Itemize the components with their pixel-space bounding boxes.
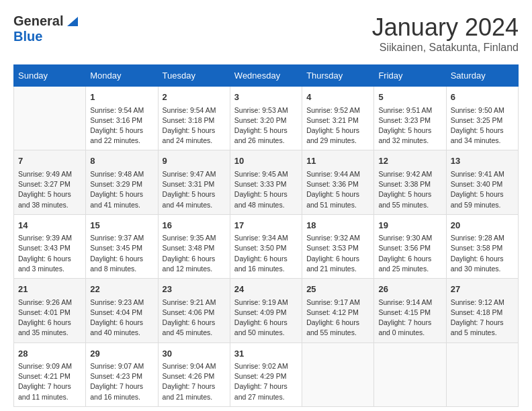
svg-marker-0 [67, 17, 78, 26]
day-info: Sunrise: 9:41 AM Sunset: 3:40 PM Dayligh… [451, 169, 514, 210]
table-row [446, 342, 518, 406]
day-info: Sunrise: 9:12 AM Sunset: 4:18 PM Dayligh… [451, 298, 514, 338]
table-row: 3Sunrise: 9:53 AM Sunset: 3:20 PM Daylig… [230, 87, 302, 150]
day-info: Sunrise: 9:51 AM Sunset: 3:23 PM Dayligh… [378, 105, 441, 146]
weekday-header-row: Sunday Monday Tuesday Wednesday Thursday… [14, 65, 519, 87]
table-row: 13Sunrise: 9:41 AM Sunset: 3:40 PM Dayli… [446, 150, 518, 214]
day-info: Sunrise: 9:04 AM Sunset: 4:26 PM Dayligh… [163, 361, 226, 402]
day-number: 4 [306, 91, 369, 104]
day-number: 7 [18, 154, 81, 168]
day-number: 19 [378, 219, 441, 232]
day-number: 17 [234, 219, 298, 232]
table-row: 23Sunrise: 9:21 AM Sunset: 4:06 PM Dayli… [158, 279, 230, 342]
day-number: 5 [378, 91, 441, 104]
day-info: Sunrise: 9:34 AM Sunset: 3:50 PM Dayligh… [234, 233, 298, 274]
day-info: Sunrise: 9:54 AM Sunset: 3:16 PM Dayligh… [90, 105, 153, 146]
day-number: 23 [163, 283, 226, 296]
table-row: 30Sunrise: 9:04 AM Sunset: 4:26 PM Dayli… [158, 342, 230, 406]
header-saturday: Saturday [446, 65, 518, 87]
table-row: 12Sunrise: 9:42 AM Sunset: 3:38 PM Dayli… [374, 150, 446, 214]
day-info: Sunrise: 9:17 AM Sunset: 4:12 PM Dayligh… [306, 298, 369, 338]
location-subtitle: Siikainen, Satakunta, Finland [372, 42, 519, 54]
day-number: 8 [90, 154, 153, 168]
day-info: Sunrise: 9:32 AM Sunset: 3:53 PM Dayligh… [306, 233, 369, 274]
day-number: 28 [18, 347, 81, 361]
day-number: 3 [234, 91, 298, 104]
table-row: 1Sunrise: 9:54 AM Sunset: 3:16 PM Daylig… [86, 87, 158, 150]
calendar-week-row: 21Sunrise: 9:26 AM Sunset: 4:01 PM Dayli… [14, 279, 519, 342]
day-info: Sunrise: 9:21 AM Sunset: 4:06 PM Dayligh… [163, 298, 226, 338]
day-number: 6 [451, 91, 514, 104]
table-row: 7Sunrise: 9:49 AM Sunset: 3:27 PM Daylig… [14, 150, 86, 214]
day-number: 12 [378, 154, 441, 168]
day-info: Sunrise: 9:54 AM Sunset: 3:18 PM Dayligh… [163, 105, 226, 146]
table-row: 4Sunrise: 9:52 AM Sunset: 3:21 PM Daylig… [302, 87, 374, 150]
day-info: Sunrise: 9:42 AM Sunset: 3:38 PM Dayligh… [378, 169, 441, 210]
table-row: 8Sunrise: 9:48 AM Sunset: 3:29 PM Daylig… [86, 150, 158, 214]
table-row: 25Sunrise: 9:17 AM Sunset: 4:12 PM Dayli… [302, 279, 374, 342]
header-sunday: Sunday [14, 65, 86, 87]
table-row: 15Sunrise: 9:37 AM Sunset: 3:45 PM Dayli… [86, 214, 158, 278]
table-row: 14Sunrise: 9:39 AM Sunset: 3:43 PM Dayli… [14, 214, 86, 278]
day-info: Sunrise: 9:50 AM Sunset: 3:25 PM Dayligh… [451, 105, 514, 146]
table-row: 9Sunrise: 9:47 AM Sunset: 3:31 PM Daylig… [158, 150, 230, 214]
header-monday: Monday [86, 65, 158, 87]
day-number: 20 [451, 219, 514, 232]
day-number: 27 [451, 283, 514, 296]
title-area: January 2024 Siikainen, Satakunta, Finla… [372, 13, 519, 54]
calendar-table: Sunday Monday Tuesday Wednesday Thursday… [13, 64, 519, 407]
table-row: 19Sunrise: 9:30 AM Sunset: 3:56 PM Dayli… [374, 214, 446, 278]
table-row: 31Sunrise: 9:02 AM Sunset: 4:29 PM Dayli… [230, 342, 302, 406]
day-info: Sunrise: 9:19 AM Sunset: 4:09 PM Dayligh… [234, 298, 298, 338]
calendar-week-row: 1Sunrise: 9:54 AM Sunset: 3:16 PM Daylig… [14, 87, 519, 150]
table-row: 20Sunrise: 9:28 AM Sunset: 3:58 PM Dayli… [446, 214, 518, 278]
day-info: Sunrise: 9:44 AM Sunset: 3:36 PM Dayligh… [306, 169, 369, 210]
day-number: 13 [451, 154, 514, 168]
day-number: 25 [306, 283, 369, 296]
table-row: 24Sunrise: 9:19 AM Sunset: 4:09 PM Dayli… [230, 279, 302, 342]
month-title: January 2024 [372, 13, 519, 42]
table-row: 27Sunrise: 9:12 AM Sunset: 4:18 PM Dayli… [446, 279, 518, 342]
header-tuesday: Tuesday [158, 65, 230, 87]
day-info: Sunrise: 9:23 AM Sunset: 4:04 PM Dayligh… [90, 298, 153, 338]
day-number: 10 [234, 154, 298, 168]
table-row: 6Sunrise: 9:50 AM Sunset: 3:25 PM Daylig… [446, 87, 518, 150]
day-info: Sunrise: 9:49 AM Sunset: 3:27 PM Dayligh… [18, 169, 81, 210]
day-number: 29 [90, 347, 153, 361]
table-row: 29Sunrise: 9:07 AM Sunset: 4:23 PM Dayli… [86, 342, 158, 406]
day-number: 16 [163, 219, 226, 232]
table-row: 16Sunrise: 9:35 AM Sunset: 3:48 PM Dayli… [158, 214, 230, 278]
day-number: 22 [90, 283, 153, 296]
day-info: Sunrise: 9:35 AM Sunset: 3:48 PM Dayligh… [163, 233, 226, 274]
day-info: Sunrise: 9:07 AM Sunset: 4:23 PM Dayligh… [90, 361, 153, 402]
day-info: Sunrise: 9:14 AM Sunset: 4:15 PM Dayligh… [378, 298, 441, 338]
table-row: 28Sunrise: 9:09 AM Sunset: 4:21 PM Dayli… [14, 342, 86, 406]
logo: General Blue [13, 13, 78, 44]
logo-general-text: General [13, 13, 63, 29]
table-row: 21Sunrise: 9:26 AM Sunset: 4:01 PM Dayli… [14, 279, 86, 342]
table-row: 10Sunrise: 9:45 AM Sunset: 3:33 PM Dayli… [230, 150, 302, 214]
day-info: Sunrise: 9:02 AM Sunset: 4:29 PM Dayligh… [234, 361, 298, 402]
calendar-header: Sunday Monday Tuesday Wednesday Thursday… [14, 65, 519, 87]
header: General Blue January 2024 Siikainen, Sat… [13, 13, 519, 54]
day-info: Sunrise: 9:37 AM Sunset: 3:45 PM Dayligh… [90, 233, 153, 274]
table-row: 5Sunrise: 9:51 AM Sunset: 3:23 PM Daylig… [374, 87, 446, 150]
table-row [374, 342, 446, 406]
day-info: Sunrise: 9:30 AM Sunset: 3:56 PM Dayligh… [378, 233, 441, 274]
table-row: 11Sunrise: 9:44 AM Sunset: 3:36 PM Dayli… [302, 150, 374, 214]
day-info: Sunrise: 9:48 AM Sunset: 3:29 PM Dayligh… [90, 169, 153, 210]
day-number: 26 [378, 283, 441, 296]
day-info: Sunrise: 9:28 AM Sunset: 3:58 PM Dayligh… [451, 233, 514, 274]
day-info: Sunrise: 9:09 AM Sunset: 4:21 PM Dayligh… [18, 361, 81, 402]
table-row: 18Sunrise: 9:32 AM Sunset: 3:53 PM Dayli… [302, 214, 374, 278]
calendar-week-row: 7Sunrise: 9:49 AM Sunset: 3:27 PM Daylig… [14, 150, 519, 214]
day-number: 14 [18, 219, 81, 232]
table-row: 26Sunrise: 9:14 AM Sunset: 4:15 PM Dayli… [374, 279, 446, 342]
calendar-week-row: 14Sunrise: 9:39 AM Sunset: 3:43 PM Dayli… [14, 214, 519, 278]
day-number: 9 [163, 154, 226, 168]
day-info: Sunrise: 9:39 AM Sunset: 3:43 PM Dayligh… [18, 233, 81, 274]
day-number: 30 [163, 347, 226, 361]
day-info: Sunrise: 9:26 AM Sunset: 4:01 PM Dayligh… [18, 298, 81, 338]
table-row [302, 342, 374, 406]
header-friday: Friday [374, 65, 446, 87]
